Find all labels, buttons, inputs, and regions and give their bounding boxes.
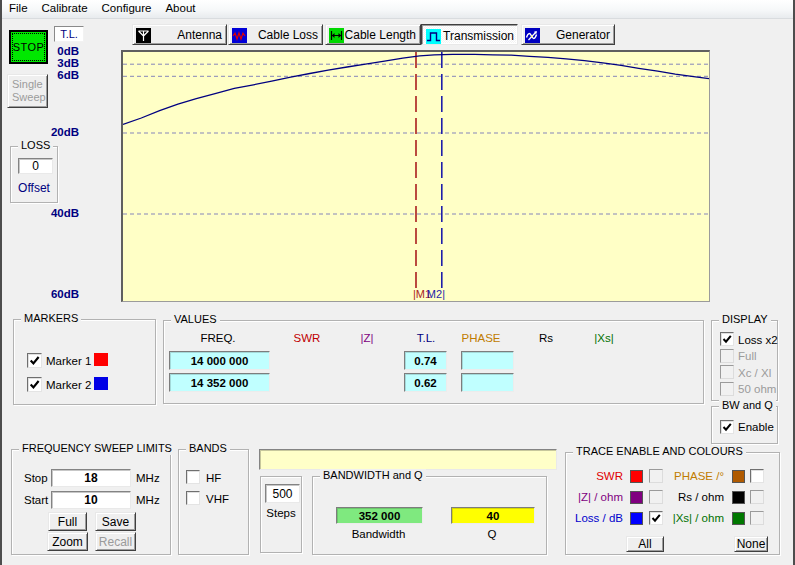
trace-z-ohm-label: |Z| / ohm (553, 490, 623, 504)
menu-item-file[interactable]: File (2, 0, 35, 18)
trace-xs-ohm-checkbox[interactable] (750, 511, 764, 525)
save-button[interactable]: Save (95, 512, 136, 531)
trace-phase-color-swatch[interactable] (732, 470, 745, 483)
tab-label-cable-length: Cable Length (345, 28, 416, 42)
values-header-swr: SWR (294, 332, 321, 344)
none-button[interactable]: None (734, 536, 768, 552)
trace-phase-label: PHASE /° (654, 469, 724, 483)
full-button-label: Full (58, 515, 77, 529)
display-group: DISPLAY Loss x2FullXc / Xl50 ohm (711, 320, 778, 401)
loss-offset-input[interactable]: 0 (18, 158, 53, 174)
values-group: VALUES FREQ.SWR|Z|T.L.PHASERs|Xs|14 000 … (163, 320, 704, 404)
values-header-t-l: T.L. (417, 332, 436, 344)
band-hf-label: HF (206, 471, 221, 485)
band-vhf-checkbox[interactable] (186, 491, 200, 505)
trace-loss-db-color-swatch[interactable] (630, 512, 643, 525)
db-scale-label-40: 40dB (39, 207, 79, 219)
full-button[interactable]: Full (48, 512, 87, 531)
tab-label-antenna: Antenna (177, 28, 222, 42)
display-loss-x2-label: Loss x2 (738, 333, 778, 347)
db-scale-label-6: 6dB (39, 69, 79, 81)
tab-cable-loss[interactable]: Cable Loss (228, 24, 323, 45)
band-hf-checkbox[interactable] (186, 470, 200, 484)
marker1-label: Marker 1 (46, 354, 91, 368)
db-scale-label-3: 3dB (39, 57, 79, 69)
loss-group: LOSS 0 Offset (10, 146, 58, 203)
tab-generator[interactable]: Generator (521, 24, 615, 45)
trace-rs-ohm-label: Rs / ohm (654, 490, 724, 504)
frequency-sweep-limits-title: FREQUENCY SWEEP LIMITS (19, 442, 175, 455)
start-unit-label: MHz (136, 493, 160, 507)
loss-group-title: LOSS (18, 139, 53, 152)
trace-enable-group: TRACE ENABLE AND COLOURS SWR|Z| / ohmLos… (565, 452, 780, 555)
marker2-checkbox[interactable] (27, 377, 42, 392)
all-button-label: All (638, 537, 651, 551)
bandwidth-value: 352 000 (359, 510, 401, 522)
cable-length-icon (329, 28, 344, 43)
recall-button-label: Recall (99, 535, 132, 549)
marker1-checkbox[interactable] (27, 353, 42, 368)
loss-offset-value: 0 (32, 159, 39, 173)
trace-xs-ohm-color-swatch[interactable] (732, 512, 745, 525)
loss-offset-label: Offset (11, 181, 57, 195)
display-loss-x2-checkbox[interactable] (720, 332, 734, 346)
tab-label-cable-loss: Cable Loss (258, 28, 318, 42)
value-freq-row2: 14 352 000 (169, 373, 270, 392)
start-input[interactable]: 10 (51, 491, 131, 509)
menu-item-configure[interactable]: Configure (95, 0, 159, 18)
antenna-icon (136, 28, 151, 43)
marker1-color-swatch[interactable] (94, 353, 108, 366)
steps-label: Steps (261, 506, 301, 520)
trace-swr-color-swatch[interactable] (630, 470, 643, 483)
db-scale-label-60: 60dB (39, 288, 79, 300)
values-header-z: |Z| (361, 332, 374, 344)
display-50-ohm-checkbox[interactable] (720, 382, 734, 396)
tab-antenna[interactable]: Antenna (132, 24, 227, 45)
cable-loss-icon (232, 28, 247, 43)
display-full-checkbox[interactable] (720, 349, 734, 363)
stop-input[interactable]: 18 (51, 469, 131, 487)
generator-icon (525, 28, 540, 43)
trace-z-ohm-color-swatch[interactable] (630, 491, 643, 504)
display-xc-xl-checkbox[interactable] (720, 365, 734, 379)
q-value: 40 (487, 510, 500, 522)
tab-transmission[interactable]: Transmission (421, 24, 518, 45)
value-phase-row2 (461, 373, 514, 392)
trace-loss-db-label: Loss / dB (553, 511, 623, 525)
values-header-rs: Rs (539, 332, 553, 344)
value-phase-row1 (461, 351, 514, 370)
start-label: Start (24, 493, 48, 507)
bandwidth-and-q-title: BANDWIDTH and Q (320, 469, 426, 482)
single-sweep-label-1: Single (12, 78, 43, 91)
all-button[interactable]: All (626, 536, 664, 552)
trace-phase-checkbox[interactable] (750, 469, 764, 483)
display-full-label: Full (738, 349, 757, 363)
steps-input[interactable]: 500 (265, 484, 300, 503)
value-tl-row1: 0.74 (404, 351, 447, 370)
bw-and-q-group-title: BW and Q (719, 399, 776, 412)
db-scale-label-20: 20dB (39, 126, 79, 138)
menu-item-about[interactable]: About (158, 0, 202, 18)
stop-value: 18 (84, 471, 97, 485)
recall-button[interactable]: Recall (95, 532, 136, 551)
window-left-border (0, 0, 2, 565)
value-tl-row2: 0.62 (404, 373, 447, 392)
marker2-color-swatch[interactable] (94, 377, 108, 390)
band-vhf-label: VHF (206, 492, 229, 506)
chart-area[interactable]: |M1M2| (121, 50, 710, 302)
display-xc-xl-label: Xc / Xl (738, 366, 771, 380)
steps-value: 500 (272, 487, 292, 501)
zoom-button-label: Zoom (52, 535, 83, 549)
app-window: FileCalibrateConfigureAbout STOP Single … (0, 0, 795, 565)
tab-label-generator: Generator (556, 28, 610, 42)
display-group-title: DISPLAY (719, 313, 771, 326)
trace-rs-ohm-checkbox[interactable] (750, 490, 764, 504)
zoom-button[interactable]: Zoom (47, 532, 88, 551)
menu-item-calibrate[interactable]: Calibrate (35, 0, 95, 18)
tab-cable-length[interactable]: Cable Length (325, 24, 421, 45)
chart-canvas (123, 52, 709, 301)
band-info-box[interactable] (259, 449, 557, 470)
trace-rs-ohm-color-swatch[interactable] (732, 491, 745, 504)
bwq-enable-checkbox[interactable] (720, 420, 734, 434)
bandwidth-value-box: 352 000 (336, 507, 423, 524)
